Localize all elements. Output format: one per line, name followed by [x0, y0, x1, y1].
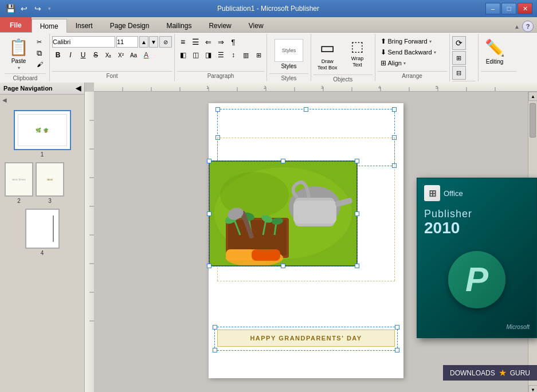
increase-font-size-btn[interactable]: ▲ — [139, 36, 148, 48]
styles-label: Styles — [281, 63, 296, 69]
align-left-button[interactable]: ◧ — [177, 49, 189, 61]
svg-rect-0 — [94, 83, 537, 92]
office-icon: ⊞ — [424, 185, 440, 201]
arrange-extra-group: ⟳ ⊞ ⊟ — [450, 34, 479, 81]
page-thumb-2[interactable]: text lines 2 — [5, 162, 33, 204]
page-thumb-row-23: text lines 2 text 3 — [5, 162, 80, 204]
page-thumb-1[interactable]: 🌿 🪴 1 — [5, 110, 80, 158]
font-size-input[interactable] — [116, 36, 138, 48]
publisher-logo-area: P — [424, 242, 530, 317]
wrap-text-button[interactable]: ⬚ Wrap Text — [343, 36, 373, 70]
bring-forward-button[interactable]: ⬆ Bring Forward ▾ — [378, 36, 434, 46]
editing-button[interactable]: ✏️ Editing — [481, 36, 509, 67]
tab-mailings[interactable]: Mailings — [158, 18, 200, 32]
clear-formatting-btn[interactable]: ⊘ — [159, 36, 172, 48]
page-thumbnail-3[interactable]: text — [36, 162, 64, 197]
underline-button[interactable]: U — [77, 49, 89, 61]
rotate-button[interactable]: ⟳ — [452, 36, 466, 50]
handle-tm[interactable] — [304, 107, 308, 112]
collapse-ribbon-btn[interactable]: ▲ — [514, 23, 520, 30]
send-backward-arrow[interactable]: ▾ — [434, 50, 436, 55]
page-label-4: 4 — [41, 250, 44, 256]
send-backward-button[interactable]: ⬇ Send Backward ▾ — [378, 47, 439, 57]
line-spacing-button[interactable]: ↕ — [228, 49, 239, 61]
tab-view[interactable]: View — [240, 18, 272, 32]
watermark-text: DOWNLOADS — [450, 369, 495, 377]
help-btn[interactable]: ? — [522, 21, 534, 32]
publisher-page: HAPPY GRANDPARENTS' DAY — [209, 103, 403, 378]
styles-button[interactable]: Styles Styles — [269, 36, 308, 72]
scroll-down-arrow[interactable]: ▼ — [528, 385, 537, 392]
subscript-button[interactable]: X₂ — [103, 49, 114, 61]
decrease-indent-button[interactable]: ⇐ — [202, 36, 214, 48]
tab-review[interactable]: Review — [200, 18, 240, 32]
format-painter-button[interactable]: 🖌 — [34, 60, 46, 69]
font-name-input[interactable] — [52, 36, 115, 48]
tab-insert[interactable]: Insert — [67, 18, 101, 32]
tab-page-design[interactable]: Page Design — [101, 18, 158, 32]
align-button[interactable]: ⊞ Align ▾ — [378, 58, 409, 68]
draw-text-box-button[interactable]: ▭ DrawText Box — [313, 36, 342, 73]
greet-handle-tr[interactable] — [395, 325, 399, 330]
increase-indent-button[interactable]: ⇒ — [215, 36, 226, 48]
bold-button[interactable]: B — [52, 49, 64, 61]
page-thumb-3[interactable]: text 3 — [36, 162, 64, 204]
tab-file[interactable]: File — [0, 17, 32, 32]
handle-tr[interactable] — [392, 107, 397, 112]
garden-image-svg — [209, 160, 358, 266]
italic-button[interactable]: I — [65, 49, 76, 61]
objects-group: ▭ DrawText Box ⬚ Wrap Text Objects — [311, 34, 375, 81]
paste-arrow[interactable]: ▾ — [18, 65, 20, 70]
greeting-text-box[interactable]: HAPPY GRANDPARENTS' DAY — [217, 330, 395, 347]
scroll-v-thumb[interactable] — [530, 103, 536, 138]
styles-preview: Styles — [275, 39, 303, 62]
redo-quick-btn[interactable]: ↪ — [32, 3, 44, 14]
tab-home[interactable]: Home — [32, 19, 67, 33]
ungroup-button[interactable]: ⊟ — [452, 66, 466, 80]
borders-button[interactable]: ⊞ — [253, 49, 264, 61]
canvas-area[interactable]: 1 2 3 4 5 — [85, 83, 537, 392]
page-nav-collapse-btn[interactable]: ◀ — [76, 84, 81, 92]
page-image — [209, 160, 358, 266]
close-btn[interactable]: ✕ — [518, 3, 532, 14]
product-name: Publisher — [424, 208, 530, 220]
page-thumbnail-2[interactable]: text lines — [5, 162, 33, 197]
greeting-text: HAPPY GRANDPARENTS' DAY — [250, 335, 362, 342]
align-center-button[interactable]: ◫ — [190, 49, 201, 61]
page-thumbnail-4[interactable] — [25, 209, 60, 249]
minimize-btn[interactable]: – — [485, 3, 500, 14]
greet-handle-tl[interactable] — [213, 325, 217, 330]
paragraph-mark-button[interactable]: ¶ — [228, 36, 239, 48]
paste-button[interactable]: 📋 Paste ▾ — [5, 36, 33, 72]
save-quick-btn[interactable]: 💾 — [5, 3, 16, 14]
maximize-btn[interactable]: □ — [501, 3, 516, 14]
shading-button[interactable]: ▥ — [240, 49, 252, 61]
page-thumb-4[interactable]: 4 — [5, 209, 80, 256]
greet-handle-br[interactable] — [395, 348, 399, 352]
bring-forward-arrow[interactable]: ▾ — [429, 39, 432, 44]
group-button[interactable]: ⊞ — [452, 51, 466, 65]
copy-button[interactable]: ⧉ — [34, 48, 46, 59]
numbering-button[interactable]: ☰ — [190, 36, 201, 48]
send-backward-label: Send Backward — [388, 49, 432, 56]
superscript-button[interactable]: X² — [115, 49, 127, 61]
align-arrow[interactable]: ▾ — [403, 61, 406, 66]
strikethrough-button[interactable]: S — [90, 49, 101, 61]
cut-button[interactable]: ✂ — [34, 37, 46, 47]
justify-button[interactable]: ☰ — [215, 49, 226, 61]
case-button[interactable]: Aa — [128, 49, 139, 61]
greet-handle-bl[interactable] — [213, 348, 217, 352]
page-thumbnail-1[interactable]: 🌿 🪴 — [14, 110, 71, 150]
page-nav-header: Page Navigation ◀ — [0, 83, 84, 95]
handle-tl[interactable] — [215, 107, 220, 112]
font-color-button[interactable]: A — [140, 49, 152, 61]
align-right-button[interactable]: ◨ — [202, 49, 214, 61]
align-label: Align — [388, 60, 402, 66]
watermark-brand: GURU — [510, 369, 530, 377]
decrease-font-size-btn[interactable]: ▼ — [149, 36, 158, 48]
undo-quick-btn[interactable]: ↩ — [18, 3, 30, 14]
scroll-up-arrow[interactable]: ▲ — [528, 92, 537, 101]
bullets-button[interactable]: ≡ — [177, 36, 189, 48]
ruler-h-svg: 1 2 3 4 5 — [94, 83, 537, 92]
main-area: Page Navigation ◀ ◀ 🌿 🪴 1 — [0, 83, 537, 392]
